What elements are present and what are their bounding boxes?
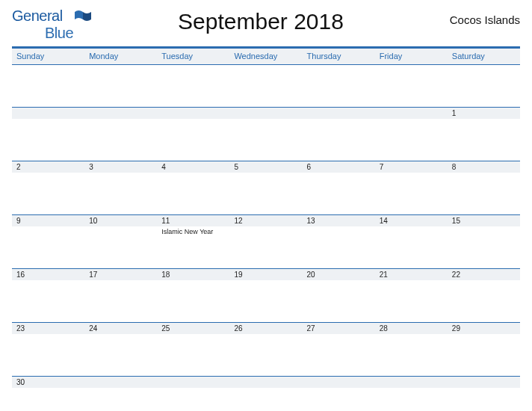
calendar: Sunday Monday Tuesday Wednesday Thursday… [12,46,520,398]
day-number: 17 [84,269,157,280]
day-cell [12,388,84,398]
week-number-bar: 23242526272829 [12,322,520,334]
day-header: Tuesday [157,49,229,64]
day-number [84,108,157,119]
day-number: 5 [229,161,302,173]
day-number: 6 [303,161,375,173]
day-cell [157,388,229,398]
day-cell [84,388,157,398]
day-cell [448,334,520,344]
day-number: 30 [12,377,84,388]
event-row [12,280,520,291]
day-number [229,377,302,388]
day-number [157,108,229,119]
day-header: Sunday [12,49,84,64]
day-cell [157,119,229,129]
event-label: Islamic New Year [157,226,229,235]
day-header: Wednesday [229,49,302,64]
day-cell [229,388,302,398]
day-cell [448,388,520,398]
day-number [375,108,448,119]
day-cell [84,119,157,129]
week-number-bar: 30 [12,376,520,388]
day-number: 28 [375,323,448,334]
week-number-bar: 1 [12,107,520,119]
day-cell [84,334,157,344]
calendar-title: September 2018 [91,6,430,34]
day-cell [12,119,84,129]
day-number [448,377,520,388]
day-number: 27 [303,323,375,334]
logo: General Blue [12,6,91,42]
day-header-row: Sunday Monday Tuesday Wednesday Thursday… [12,46,520,65]
day-number [84,377,157,388]
logo-text-wrap: General Blue [12,7,73,42]
day-number: 29 [448,323,520,334]
day-header: Friday [375,49,448,64]
logo-text-blue: Blue [12,25,73,41]
day-cell [229,226,302,237]
day-cell [229,119,302,129]
day-number [303,108,375,119]
day-number: 23 [12,323,84,334]
day-number: 3 [84,161,157,173]
day-cell [157,173,229,183]
day-number [375,377,448,388]
day-number: 22 [448,269,520,280]
day-cell [448,173,520,183]
day-cell [84,226,157,237]
day-number [229,108,302,119]
day-number: 9 [12,215,84,226]
day-cell [84,173,157,183]
day-cell [375,280,448,291]
day-cell [375,334,448,344]
day-cell [375,226,448,237]
day-cell [229,173,302,183]
day-cell [12,280,84,291]
header: General Blue September 2018 Cocos Island… [12,6,520,43]
week-number-bar: 9101112131415 [12,214,520,226]
day-number: 10 [84,215,157,226]
day-number: 16 [12,269,84,280]
event-row [12,388,520,398]
day-number: 2 [12,161,84,173]
day-number [12,108,84,119]
day-number: 18 [157,269,229,280]
day-cell [375,388,448,398]
day-number: 13 [303,215,375,226]
day-number: 12 [229,215,302,226]
day-cell [375,119,448,129]
day-cell [303,119,375,129]
day-header: Thursday [303,49,375,64]
week-number-bar: 16171819202122 [12,268,520,280]
logo-flag-icon [75,9,91,22]
day-number: 7 [375,161,448,173]
day-number [303,377,375,388]
day-cell [448,226,520,237]
day-header: Saturday [448,49,520,64]
day-number: 20 [303,269,375,280]
location-label: Cocos Islands [430,6,520,26]
day-number: 1 [448,108,520,119]
day-cell [303,173,375,183]
day-cell [157,280,229,291]
day-cell: Islamic New Year [157,226,229,237]
event-row [12,334,520,344]
day-number: 4 [157,161,229,173]
day-number: 8 [448,161,520,173]
day-cell [375,173,448,183]
day-number [157,377,229,388]
day-cell [229,334,302,344]
day-number: 24 [84,323,157,334]
day-cell [12,173,84,183]
day-number: 15 [448,215,520,226]
day-cell [303,280,375,291]
day-cell [448,280,520,291]
day-number: 26 [229,323,302,334]
week-number-bar: 2345678 [12,161,520,173]
logo-text-general: General [12,7,63,24]
day-cell [303,334,375,344]
day-cell [84,280,157,291]
event-row: Islamic New Year [12,226,520,237]
event-row [12,173,520,183]
